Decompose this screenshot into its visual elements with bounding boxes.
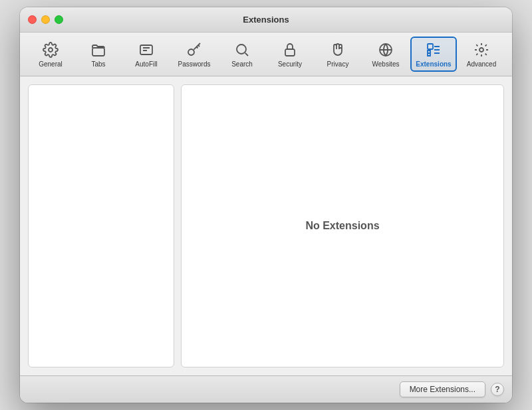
tab-privacy[interactable]: Privacy bbox=[315, 37, 361, 72]
extensions-detail-panel: No Extensions bbox=[181, 84, 504, 367]
preferences-window: Extensions General Tabs bbox=[20, 7, 512, 403]
window-title: Extensions bbox=[243, 15, 289, 25]
tab-general[interactable]: General bbox=[27, 37, 74, 72]
tab-search-label: Search bbox=[231, 60, 253, 68]
gear-icon bbox=[41, 41, 60, 59]
svg-rect-2 bbox=[140, 45, 152, 54]
no-extensions-label: No Extensions bbox=[305, 220, 379, 232]
tab-passwords-label: Passwords bbox=[178, 60, 211, 68]
tab-tabs-label: Tabs bbox=[91, 60, 105, 68]
tab-general-label: General bbox=[39, 60, 63, 68]
tab-autofill-label: AutoFill bbox=[135, 60, 157, 68]
svg-rect-7 bbox=[428, 44, 433, 49]
svg-rect-5 bbox=[285, 49, 295, 56]
tab-extensions[interactable]: Extensions bbox=[410, 37, 457, 72]
tab-advanced-label: Advanced bbox=[467, 60, 496, 68]
help-button[interactable]: ? bbox=[491, 383, 504, 396]
toolbar: General Tabs AutoFill bbox=[20, 33, 512, 76]
tab-security[interactable]: Security bbox=[267, 37, 313, 72]
globe-icon bbox=[376, 41, 395, 59]
minimize-button[interactable] bbox=[41, 15, 50, 24]
svg-point-0 bbox=[49, 48, 53, 52]
traffic-lights bbox=[28, 15, 63, 24]
lock-icon bbox=[281, 41, 299, 59]
tab-websites[interactable]: Websites bbox=[362, 37, 409, 72]
advanced-icon bbox=[472, 41, 491, 59]
tab-tabs[interactable]: Tabs bbox=[75, 37, 122, 72]
svg-point-8 bbox=[479, 48, 483, 52]
more-extensions-button[interactable]: More Extensions... bbox=[400, 381, 485, 397]
svg-point-3 bbox=[188, 49, 194, 55]
footer: More Extensions... ? bbox=[20, 375, 512, 403]
tab-advanced[interactable]: Advanced bbox=[458, 37, 505, 72]
key-icon bbox=[185, 41, 203, 59]
tab-security-label: Security bbox=[278, 60, 302, 68]
svg-point-4 bbox=[237, 45, 246, 54]
search-icon bbox=[233, 41, 251, 59]
maximize-button[interactable] bbox=[55, 15, 63, 24]
close-button[interactable] bbox=[28, 15, 37, 24]
tab-autofill[interactable]: AutoFill bbox=[123, 37, 170, 72]
tab-privacy-label: Privacy bbox=[327, 60, 349, 68]
autofill-icon bbox=[137, 41, 156, 59]
extensions-list-panel bbox=[28, 84, 174, 367]
tab-extensions-label: Extensions bbox=[416, 60, 451, 68]
content-area: No Extensions bbox=[20, 76, 512, 375]
tab-passwords[interactable]: Passwords bbox=[171, 37, 217, 72]
tab-search[interactable]: Search bbox=[219, 37, 265, 72]
tab-websites-label: Websites bbox=[372, 60, 400, 68]
hand-icon bbox=[329, 41, 347, 59]
extension-icon bbox=[424, 41, 443, 59]
tabs-icon bbox=[89, 41, 108, 59]
svg-rect-1 bbox=[92, 48, 104, 56]
titlebar: Extensions bbox=[20, 7, 512, 33]
